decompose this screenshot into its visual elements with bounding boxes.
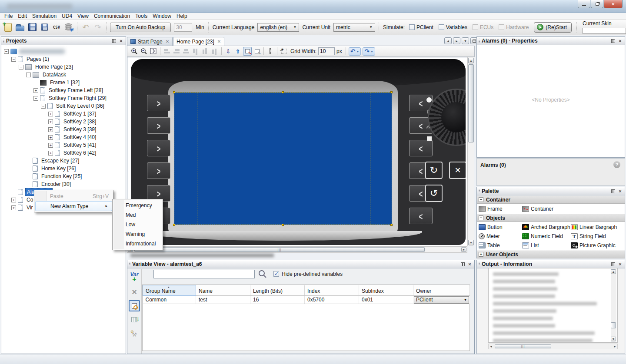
palette-item-linear-bargraph[interactable]: Linear Bargraph [571, 222, 626, 232]
menu-ud4[interactable]: UD4 [59, 13, 75, 20]
tree-item-softkey-frame-right-29[interactable]: −Softkey Frame Right [29] [2, 94, 126, 102]
database-export-button[interactable]: ◉ [63, 22, 74, 33]
panel-grip[interactable] [479, 189, 480, 194]
minimize-button[interactable] [578, 0, 590, 8]
palette-item-container[interactable]: Container [522, 204, 571, 213]
expand-toggle-icon[interactable]: + [479, 252, 483, 257]
canvas-redo-button[interactable]: ↷▼ [363, 47, 375, 56]
tree-item-soft-key-level-0-36[interactable]: −Soft Key Level 0 [36] [2, 102, 126, 110]
auto-hide-pin-icon[interactable] [610, 38, 616, 43]
expand-toggle-icon[interactable]: − [26, 73, 31, 77]
scroll-down-arrow[interactable]: ▼ [468, 240, 474, 245]
menu-tools[interactable]: Tools [133, 13, 150, 20]
save-all-button[interactable] [39, 22, 50, 33]
left-softkey-button[interactable]: > [147, 140, 170, 156]
redo-button[interactable]: ↷ [93, 22, 103, 33]
scroll-right-arrow[interactable]: ► [461, 247, 466, 252]
column-header-subindex[interactable]: SubIndex [359, 285, 413, 296]
output-horizontal-scrollbar[interactable]: ◄ ||| ► [488, 344, 618, 349]
palette-item-list[interactable]: List [522, 241, 571, 250]
expand-toggle-icon[interactable]: + [48, 112, 53, 116]
table-row[interactable]: Commontest160x57000x01PClient▼ [143, 296, 470, 304]
close-icon[interactable]: × [617, 189, 623, 194]
column-header-owner[interactable]: Owner [413, 285, 470, 296]
align-left-button[interactable] [163, 47, 171, 56]
selection-handle[interactable] [173, 224, 175, 226]
submenu-item-emergency[interactable]: Emergency [113, 201, 163, 210]
tree-item-softkey-5-41[interactable]: +SoftKey 5 [41] [2, 141, 126, 149]
palette-group-user-objects[interactable]: +User Objects [477, 250, 625, 258]
select-mode-button[interactable]: ↘ [243, 47, 252, 56]
left-softkey-button[interactable]: > [147, 95, 170, 111]
undo-button[interactable]: ↶ [80, 22, 91, 33]
menu-communication[interactable]: Communication [91, 13, 133, 20]
variable-usage-button[interactable] [129, 300, 140, 311]
simulate-checkbox-variables[interactable]: Variables [439, 24, 467, 30]
panel-grip[interactable] [479, 39, 480, 43]
tree-item-function-key-25[interactable]: Function Key [25] [2, 172, 126, 180]
search-icon[interactable] [258, 269, 267, 279]
expand-toggle-icon[interactable]: + [48, 127, 53, 132]
submenu-item-low[interactable]: Low [113, 220, 163, 229]
new-project-button[interactable] [3, 22, 13, 33]
zoom-out-button[interactable] [140, 47, 148, 56]
align-top-button[interactable] [191, 47, 200, 56]
expand-toggle-icon[interactable]: + [48, 119, 53, 124]
expand-toggle-icon[interactable]: + [11, 198, 16, 202]
menu-view[interactable]: View [75, 13, 91, 20]
close-icon[interactable]: × [617, 261, 623, 267]
palette-item-table[interactable]: Table [479, 241, 522, 250]
selection-handle[interactable] [173, 91, 175, 93]
auto-rotate-button[interactable]: ↻ [425, 162, 443, 179]
selection-handle[interactable] [282, 224, 284, 226]
scrollbar-thumb[interactable]: ||| [495, 344, 551, 348]
right-softkey-button[interactable]: < [409, 140, 433, 156]
tree-item-softkey-2-38[interactable]: +SoftKey 2 [38] [2, 118, 126, 126]
auto-hide-pin-icon[interactable] [610, 261, 616, 267]
auto-hide-pin-icon[interactable] [610, 189, 616, 194]
csv-export-button[interactable]: CSV [51, 22, 62, 33]
restore-button[interactable] [591, 0, 603, 8]
output-vertical-scrollbar[interactable]: ▲ ▼ [611, 269, 616, 341]
palette-group-objects[interactable]: −Objects [477, 214, 625, 222]
palette-item-string-field[interactable]: TString Field [571, 232, 626, 241]
tab-scroll-left-button[interactable]: ◄ [444, 37, 452, 44]
expand-toggle-icon[interactable]: + [48, 151, 53, 156]
left-softkey-button[interactable]: > [147, 117, 170, 134]
tree-item-home-key-26[interactable]: Home Key [26] [2, 165, 126, 172]
language-select[interactable]: english (en)▼ [257, 23, 299, 32]
grid-width-input[interactable] [318, 47, 335, 55]
open-project-button[interactable] [15, 22, 25, 33]
column-header-group-name[interactable]: ▲Group Name [143, 285, 196, 296]
ruler-button[interactable] [266, 47, 275, 56]
grid-settings-button[interactable] [280, 47, 288, 56]
menu-file[interactable]: File [2, 13, 15, 20]
scrollbar-thumb[interactable] [468, 64, 474, 142]
auto-backup-button[interactable]: Turn On Auto Backup [110, 23, 171, 32]
hide-predefined-checkbox[interactable] [273, 271, 279, 277]
scroll-left-arrow[interactable]: ◄ [489, 344, 493, 349]
close-icon[interactable]: × [617, 38, 623, 43]
expand-toggle-icon[interactable]: − [41, 104, 46, 109]
expand-toggle-icon[interactable]: + [11, 205, 16, 210]
rotate-back-button[interactable]: ↺ [425, 185, 443, 202]
expand-toggle-icon[interactable]: − [11, 57, 16, 62]
snap-to-grid-button[interactable]: ⇩ [224, 47, 233, 56]
scroll-down-arrow[interactable]: ▼ [611, 337, 616, 341]
checkbox-pclient[interactable] [409, 24, 415, 30]
rotary-encoder-knob[interactable] [428, 89, 466, 146]
left-softkey-button[interactable]: > [147, 162, 170, 179]
expand-toggle-icon[interactable]: − [19, 65, 23, 69]
checkbox-variables[interactable] [439, 24, 444, 30]
menu-help[interactable]: Help [174, 13, 190, 20]
zoom-fit-button[interactable] [149, 47, 158, 56]
design-canvas[interactable]: >>>>>> <<<<<< ↻ ✕ ↺ [127, 57, 467, 246]
tab-home-page[interactable]: Home Page [23] ✕ [173, 37, 224, 46]
palette-item-frame[interactable]: Frame [479, 204, 522, 213]
menu-edit[interactable]: Edit [15, 13, 30, 20]
close-button[interactable]: ✕ [604, 0, 623, 8]
selection-outline[interactable] [174, 92, 392, 225]
context-menu-new-alarm-type[interactable]: New Alarm Type ► [35, 201, 112, 211]
variable-search-input[interactable] [153, 270, 255, 278]
palette-item-numeric-field[interactable]: Numeric Field [522, 232, 571, 241]
